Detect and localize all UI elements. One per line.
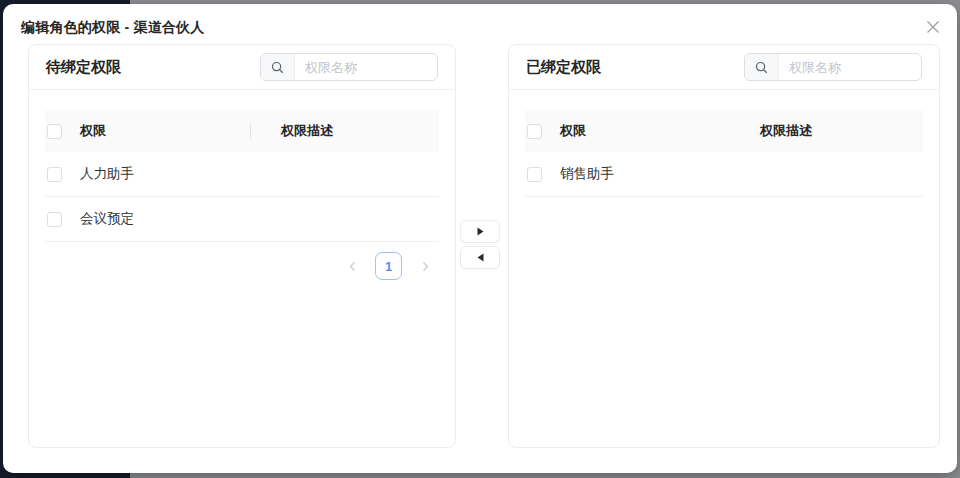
move-right-button[interactable] bbox=[460, 220, 500, 243]
table-row[interactable]: 人力助手 bbox=[45, 152, 439, 197]
triangle-right-icon bbox=[477, 227, 484, 236]
column-header-permission: 权限 bbox=[560, 122, 730, 140]
dialog-title: 编辑角色的权限 - 渠道合伙人 bbox=[21, 19, 204, 37]
close-icon bbox=[926, 20, 940, 34]
search-icon bbox=[261, 54, 295, 80]
unbound-permissions-panel: 待绑定权限 权限 权限描述 人力助手 bbox=[28, 44, 456, 448]
bound-search-box bbox=[744, 53, 922, 81]
chevron-left-icon bbox=[348, 261, 357, 272]
move-left-button[interactable] bbox=[460, 246, 500, 269]
prev-page-button[interactable] bbox=[339, 252, 365, 280]
table-row[interactable]: 销售助手 bbox=[525, 152, 923, 197]
edit-role-permissions-dialog: 编辑角色的权限 - 渠道合伙人 待绑定权限 bbox=[3, 4, 957, 473]
row-checkbox[interactable] bbox=[47, 167, 62, 182]
next-page-button[interactable] bbox=[412, 252, 438, 280]
column-header-description: 权限描述 bbox=[251, 122, 439, 140]
unbound-permissions-table: 权限 权限描述 人力助手 会议预定 bbox=[45, 110, 439, 242]
table-row[interactable]: 会议预定 bbox=[45, 197, 439, 242]
bound-panel-title: 已绑定权限 bbox=[526, 58, 601, 77]
transfer-controls bbox=[460, 220, 500, 269]
permission-name: 销售助手 bbox=[560, 165, 730, 183]
permission-name: 人力助手 bbox=[80, 165, 250, 183]
unbound-panel-header: 待绑定权限 bbox=[29, 45, 455, 90]
unbound-panel-title: 待绑定权限 bbox=[46, 58, 121, 77]
bound-permissions-table: 权限 权限描述 销售助手 bbox=[525, 110, 923, 197]
table-header-row: 权限 权限描述 bbox=[525, 110, 923, 152]
search-icon bbox=[745, 54, 779, 80]
close-button[interactable] bbox=[923, 17, 943, 37]
column-header-permission: 权限 bbox=[80, 122, 250, 140]
permission-name: 会议预定 bbox=[80, 210, 250, 228]
bound-permissions-panel: 已绑定权限 权限 权限描述 销售助手 bbox=[508, 44, 940, 448]
bound-panel-header: 已绑定权限 bbox=[509, 45, 939, 90]
table-header-row: 权限 权限描述 bbox=[45, 110, 439, 152]
unbound-search-input[interactable] bbox=[295, 54, 437, 80]
pagination: 1 bbox=[46, 252, 438, 280]
chevron-right-icon bbox=[421, 261, 430, 272]
triangle-left-icon bbox=[477, 253, 484, 262]
row-checkbox[interactable] bbox=[527, 167, 542, 182]
row-checkbox[interactable] bbox=[47, 212, 62, 227]
bound-search-input[interactable] bbox=[779, 54, 921, 80]
unbound-search-box bbox=[260, 53, 438, 81]
page-number-button[interactable]: 1 bbox=[375, 252, 402, 280]
select-all-checkbox[interactable] bbox=[47, 124, 62, 139]
column-header-description: 权限描述 bbox=[730, 122, 923, 140]
select-all-checkbox[interactable] bbox=[527, 124, 542, 139]
